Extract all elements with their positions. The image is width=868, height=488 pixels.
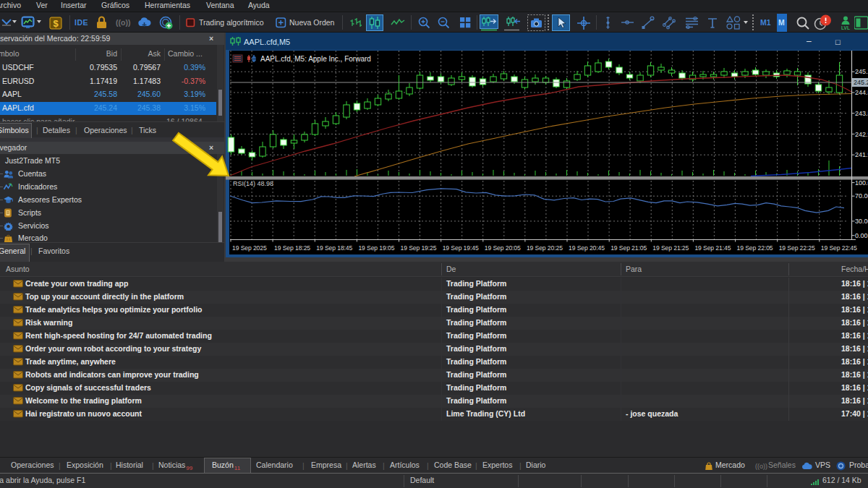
svg-text:LVL: LVL [841, 25, 850, 30]
svg-text:RSI(14) 48.98: RSI(14) 48.98 [233, 180, 273, 187]
svg-text:19 Sep 19:05: 19 Sep 19:05 [358, 244, 394, 252]
svg-text:AAPL.cfd, M5: Apple Inc., For: AAPL.cfd, M5: Apple Inc., Forward [260, 55, 371, 63]
svg-text:19 Sep 19:45: 19 Sep 19:45 [443, 244, 479, 252]
svg-text:$: $ [53, 18, 59, 29]
svg-text:70.00: 70.00 [855, 192, 868, 200]
svg-text:19 Sep 20:05: 19 Sep 20:05 [485, 244, 521, 252]
svg-text:244.8: 244.8 [855, 89, 868, 96]
svg-text:30.00: 30.00 [855, 218, 868, 225]
svg-text:□: □ [835, 38, 841, 46]
svg-text:19 Sep 21:45: 19 Sep 21:45 [694, 244, 731, 252]
svg-text:19 Sep 18:45: 19 Sep 18:45 [316, 244, 352, 252]
svg-text:19 Sep 20:45: 19 Sep 20:45 [569, 244, 605, 252]
svg-text:AAPL.cfd,M5: AAPL.cfd,M5 [244, 38, 290, 46]
svg-text:100.0: 100.0 [855, 179, 868, 187]
svg-text:19 Sep 22:45: 19 Sep 22:45 [821, 244, 857, 252]
svg-text:242.9: 242.9 [855, 131, 868, 138]
svg-text:19 Sep 22:05: 19 Sep 22:05 [737, 244, 773, 252]
svg-text:19 Sep 2025: 19 Sep 2025 [232, 244, 267, 252]
svg-text:245.2: 245.2 [855, 68, 868, 75]
svg-text:19 Sep 21:05: 19 Sep 21:05 [610, 244, 647, 252]
svg-text:19 Sep 18:25: 19 Sep 18:25 [274, 244, 310, 252]
svg-text:241.9: 241.9 [855, 151, 868, 158]
svg-text:–: – [807, 36, 812, 46]
svg-text:19 Sep 21:25: 19 Sep 21:25 [652, 244, 689, 252]
svg-text:19 Sep 22:25: 19 Sep 22:25 [779, 244, 815, 252]
svg-text:19 Sep 19:25: 19 Sep 19:25 [401, 244, 437, 252]
svg-text:19 Sep 20:25: 19 Sep 20:25 [527, 244, 563, 252]
svg-text:245.2: 245.2 [854, 79, 868, 86]
svg-text:0.00: 0.00 [855, 232, 868, 239]
svg-text:243.8: 243.8 [855, 110, 868, 117]
